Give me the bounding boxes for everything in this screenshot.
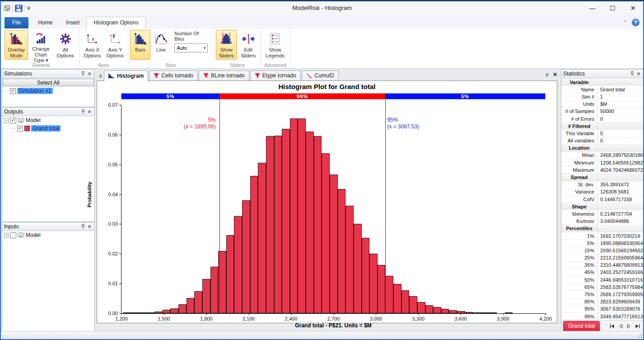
percentile-band-segment[interactable]: 5%: [385, 94, 545, 99]
y-tick-label: 0.02: [103, 251, 121, 256]
statistics-value: 1692.1707030219: [597, 233, 644, 239]
statistics-value: 1895.08898335954: [597, 241, 644, 246]
statistics-label: All variables: [561, 137, 597, 144]
bins-dropdown[interactable]: Auto ▾: [174, 43, 208, 52]
outputs-model-item[interactable]: − Model: [2, 116, 94, 124]
line-icon: [154, 32, 168, 46]
minimize-button[interactable]: —: [582, 1, 602, 14]
last-record-icon[interactable]: [635, 324, 640, 329]
axis-y-icon: y: [108, 32, 122, 46]
pin-icon[interactable]: [80, 109, 86, 115]
first-record-icon[interactable]: [610, 324, 615, 329]
statistics-row: Mean2458.28975030186: [561, 152, 644, 159]
tab-insert[interactable]: Insert: [59, 17, 86, 28]
statistics-value: 0: [597, 131, 644, 136]
statistics-row: 99%3349.95477716513: [561, 313, 644, 320]
grand-total-checkbox[interactable]: [17, 126, 23, 132]
histogram-bar: [449, 310, 457, 313]
tab-file[interactable]: File: [5, 17, 28, 28]
select-all-button[interactable]: Select All: [3, 79, 94, 86]
statistics-label: CofV: [561, 196, 597, 203]
edit-sliders-button[interactable]: Edit Sliders: [238, 30, 259, 60]
statistics-label: Mean: [561, 152, 597, 159]
histogram-bar: [298, 118, 306, 313]
tab-scroll-right-icon[interactable]: [546, 73, 549, 77]
outputs-grand-total-item[interactable]: Grand total: [2, 124, 94, 132]
model-icon: [18, 118, 24, 123]
statistics-row: 35%2310.44875809913: [561, 262, 644, 269]
grand-total-color-swatch: [24, 126, 30, 131]
next-record-icon[interactable]: [627, 324, 631, 329]
outputs-grand-total-label[interactable]: Grand total: [31, 125, 61, 132]
overlay-mode-button[interactable]: Overlay Mode: [5, 30, 28, 60]
y-tick-label: 0.03: [103, 221, 121, 227]
collapse-expander[interactable]: −: [4, 118, 9, 123]
chart-tab-etype-tornado[interactable]: Etype tornado: [250, 71, 301, 80]
close-icon[interactable]: ✕: [635, 71, 642, 77]
statistics-label: 45%: [561, 269, 597, 276]
statistics-label: Percentiles: [561, 225, 597, 232]
bars-button[interactable]: Bars: [130, 30, 150, 60]
percentile-band-segment[interactable]: 90%: [219, 94, 385, 99]
chart-tab-bline-tornado[interactable]: BLine tornado: [199, 71, 249, 80]
statistics-row: 85%2823.8299609439: [561, 298, 644, 306]
change-chart-type-button[interactable]: Change Chart Type ▾: [29, 30, 52, 60]
tab-histogram-options[interactable]: Histogram Options: [86, 17, 145, 29]
x-tick-mark: [503, 313, 504, 315]
tab-home[interactable]: Home: [31, 17, 59, 28]
close-icon[interactable]: ✕: [86, 71, 93, 77]
axis-y-options-button[interactable]: y Axis Y Options: [104, 30, 126, 60]
tree-connector: [11, 128, 16, 129]
all-options-button[interactable]: All Options: [54, 30, 77, 60]
close-chart-icon[interactable]: ✕: [553, 71, 557, 78]
maximize-button[interactable]: ☐: [602, 1, 623, 14]
histogram-bar: [330, 175, 338, 313]
grand-total-sheet-tab[interactable]: Grand total: [563, 321, 600, 331]
percentile-band-segment[interactable]: 5%: [121, 94, 219, 99]
histogram-bar: [473, 312, 481, 313]
close-icon[interactable]: ✕: [86, 223, 93, 230]
number-of-bins-label: Number Of Bins: [174, 31, 209, 42]
chart-tab-cells-tornado[interactable]: Cells tornado: [149, 71, 198, 80]
chart-tab-cumuld-label: CumulD: [315, 72, 334, 79]
percentile-band[interactable]: 5%90%5%: [121, 93, 546, 99]
cumulative-curve-icon: [306, 73, 313, 78]
collapse-ribbon-icon[interactable]: ⌃: [623, 19, 627, 25]
chart-tab-cumuld[interactable]: CumulD: [302, 71, 339, 80]
inputs-model-item[interactable]: + Model: [2, 231, 94, 239]
inputs-model-checkbox[interactable]: [10, 232, 16, 238]
chart-region: Histogram Cells tornado BLine tornado Et…: [96, 69, 559, 332]
ribbon: Overlay Mode Change Chart Type ▾ All Opt…: [1, 28, 643, 69]
show-sliders-button[interactable]: Show Sliders: [216, 30, 237, 60]
ribbon-group-advanced: Show Legends Advanced: [261, 28, 290, 68]
chart-title: Histogram Plot for Grand total: [97, 83, 557, 90]
outputs-model-label[interactable]: Model: [26, 117, 41, 123]
statistics-row: Kurtosis3.040044886: [561, 218, 644, 225]
statistics-label: This Variable: [561, 130, 597, 137]
help-icon[interactable]: ?: [632, 19, 639, 26]
chart-panel: Histogram Plot for Grand total 5%90%5% 1…: [97, 80, 557, 323]
pin-icon[interactable]: [80, 223, 86, 230]
inputs-model-label[interactable]: Model: [26, 232, 41, 238]
simulation-tree-item[interactable]: Simulation #1: [2, 87, 94, 95]
previous-record-icon[interactable]: [619, 324, 623, 329]
svg-text:x: x: [92, 36, 95, 42]
close-button[interactable]: ✕: [623, 1, 643, 14]
pin-icon[interactable]: [629, 71, 635, 77]
show-legends-button[interactable]: Show Legends: [263, 30, 287, 60]
model-checkbox[interactable]: [10, 118, 16, 123]
simulation-label[interactable]: Simulation #1: [17, 88, 53, 94]
tab-scroll-left-icon[interactable]: [97, 72, 103, 80]
edit-sliders-label: Edit Sliders: [241, 47, 256, 58]
pin-icon[interactable]: [80, 71, 86, 77]
histogram-bar: [163, 310, 171, 313]
resize-grip-icon[interactable]: [637, 333, 642, 338]
axis-x-options-button[interactable]: x Axis X Options: [81, 30, 103, 60]
bars-label: Bars: [135, 47, 145, 53]
close-icon[interactable]: ✕: [86, 109, 93, 115]
chart-tab-histogram[interactable]: Histogram: [104, 71, 148, 81]
expand-expander[interactable]: +: [4, 233, 9, 238]
x-tick-label: 1,800: [200, 316, 213, 321]
simulation-checkbox[interactable]: [10, 88, 16, 94]
line-button[interactable]: Line: [151, 30, 171, 60]
